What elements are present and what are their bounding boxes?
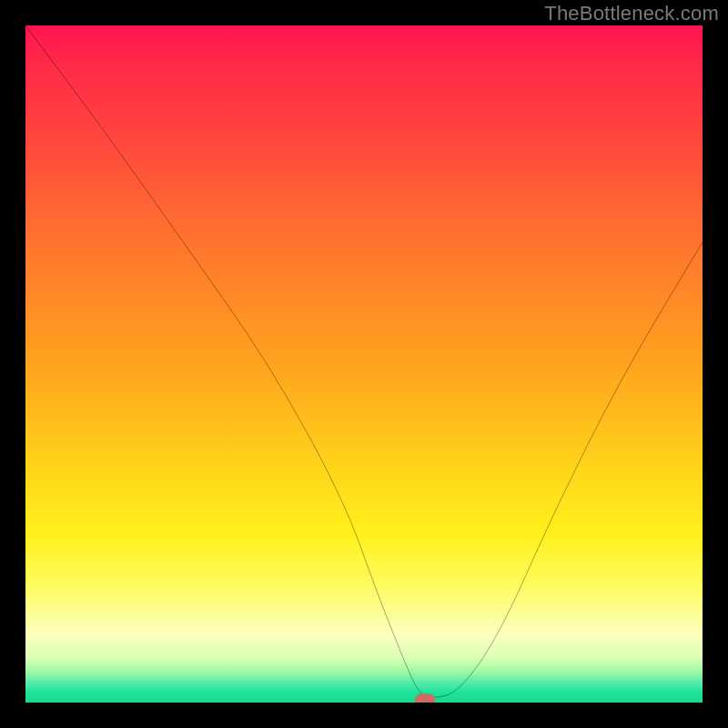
watermark-text: TheBottleneck.com — [544, 2, 719, 25]
curve-svg — [25, 25, 703, 703]
plot-area — [25, 25, 703, 703]
bottleneck-curve — [25, 25, 703, 697]
optimal-marker — [415, 693, 435, 703]
chart-container: TheBottleneck.com — [0, 0, 728, 728]
